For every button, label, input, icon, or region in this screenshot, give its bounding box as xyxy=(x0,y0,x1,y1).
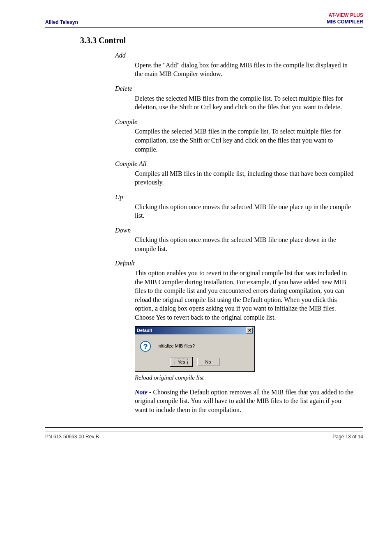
question-icon: ? xyxy=(139,340,152,352)
term-up: Up xyxy=(115,193,355,202)
term-add: Add xyxy=(115,51,355,60)
note-label: Note - xyxy=(135,389,153,396)
no-button-label: No xyxy=(205,359,211,364)
dialog-title: Default xyxy=(137,327,152,334)
def-default: This option enables you to revert to the… xyxy=(135,269,355,322)
close-glyph: ✕ xyxy=(248,328,251,333)
def-add: Opens the "Add" dialog box for adding MI… xyxy=(135,61,355,78)
header-product: AT-VIEW PLUS xyxy=(327,12,363,19)
svg-text:?: ? xyxy=(143,342,148,350)
term-default: Default xyxy=(115,259,355,268)
footer-right: Page 13 of 14 xyxy=(332,434,363,440)
footer-divider-1 xyxy=(45,427,363,428)
term-down: Down xyxy=(115,226,355,235)
dialog-buttons: Yes No xyxy=(139,357,250,367)
no-button[interactable]: No xyxy=(197,358,219,366)
dialog-message: Initialize MIB files? xyxy=(157,343,195,349)
term-compile-all: Compile All xyxy=(115,159,355,168)
content: Add Opens the "Add" dialog box for addin… xyxy=(115,51,355,414)
term-compile: Compile xyxy=(115,117,355,127)
header-left: Allied Telesyn xyxy=(45,19,78,25)
figure-caption: Reload original compile list xyxy=(135,373,355,382)
yes-button-label: Yes xyxy=(175,359,188,366)
dialog-titlebar: Default ✕ xyxy=(135,327,254,334)
page-footer: PN 613-50663-00 Rev B Page 13 of 14 xyxy=(45,434,363,440)
page-header: Allied Telesyn AT-VIEW PLUS MIB COMPILER xyxy=(45,12,363,25)
footer-divider-2 xyxy=(45,431,363,431)
def-up: Clicking this option once moves the sele… xyxy=(135,203,355,220)
def-compile: Compiles the selected MIB files in the c… xyxy=(135,127,355,154)
header-right: AT-VIEW PLUS MIB COMPILER xyxy=(327,12,363,25)
def-compile-all: Compiles all MIB files in the compile li… xyxy=(135,169,355,187)
def-delete: Deletes the selected MIB files from the … xyxy=(135,94,355,112)
default-dialog: Default ✕ ? Initialize MIB files? Yes No xyxy=(135,326,255,372)
footer-left: PN 613-50663-00 Rev B xyxy=(45,434,99,440)
def-down: Clicking this option once moves the sele… xyxy=(135,235,355,253)
section-heading: 3.3.3 Control xyxy=(80,36,363,45)
close-icon[interactable]: ✕ xyxy=(246,327,253,334)
term-delete: Delete xyxy=(115,84,355,93)
yes-button[interactable]: Yes xyxy=(170,357,192,367)
note-paragraph: Note - Choosing the Default option remov… xyxy=(135,388,355,415)
header-divider xyxy=(45,27,363,28)
dialog-body: ? Initialize MIB files? Yes No xyxy=(135,334,254,372)
header-section: MIB COMPILER xyxy=(327,19,363,25)
note-text: Choosing the Default option removes all … xyxy=(135,389,353,413)
